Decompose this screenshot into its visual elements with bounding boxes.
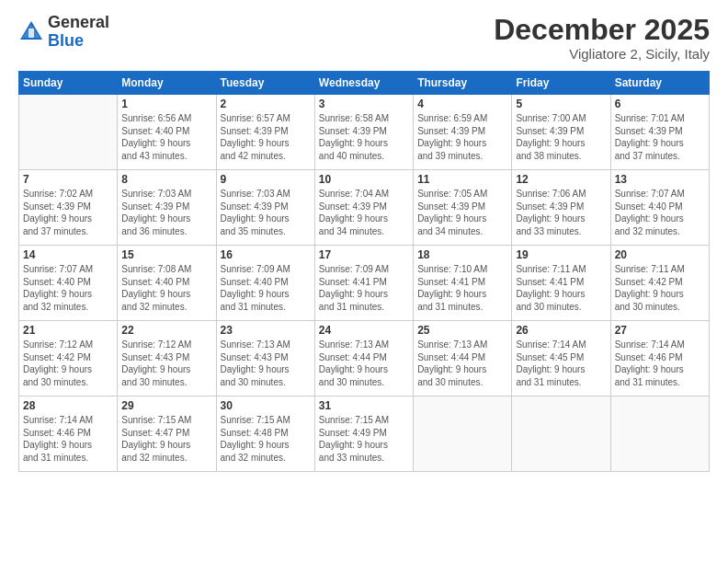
calendar-header: SundayMondayTuesdayWednesdayThursdayFrid… (19, 72, 710, 95)
day-cell: 25Sunrise: 7:13 AM Sunset: 4:44 PM Dayli… (414, 321, 512, 396)
day-cell: 27Sunrise: 7:14 AM Sunset: 4:46 PM Dayli… (610, 321, 709, 396)
calendar: SundayMondayTuesdayWednesdayThursdayFrid… (18, 71, 710, 472)
day-number: 24 (319, 324, 409, 337)
calendar-body: 1Sunrise: 6:56 AM Sunset: 4:40 PM Daylig… (19, 95, 710, 472)
day-info: Sunrise: 7:13 AM Sunset: 4:43 PM Dayligh… (221, 339, 311, 388)
day-info: Sunrise: 7:09 AM Sunset: 4:40 PM Dayligh… (221, 263, 311, 313)
day-cell: 23Sunrise: 7:13 AM Sunset: 4:43 PM Dayli… (216, 321, 314, 396)
day-info: Sunrise: 7:13 AM Sunset: 4:44 PM Dayligh… (319, 339, 409, 388)
week-row: 1Sunrise: 6:56 AM Sunset: 4:40 PM Daylig… (19, 95, 710, 170)
day-number: 1 (121, 98, 211, 110)
day-number: 23 (221, 324, 311, 337)
day-info: Sunrise: 7:14 AM Sunset: 4:45 PM Dayligh… (516, 339, 606, 388)
day-cell: 10Sunrise: 7:04 AM Sunset: 4:39 PM Dayli… (314, 170, 413, 246)
day-cell: 7Sunrise: 7:02 AM Sunset: 4:39 PM Daylig… (19, 170, 118, 246)
day-cell: 20Sunrise: 7:11 AM Sunset: 4:42 PM Dayli… (610, 246, 709, 321)
day-cell: 31Sunrise: 7:15 AM Sunset: 4:49 PM Dayli… (314, 396, 413, 472)
day-number: 8 (121, 173, 211, 186)
day-cell: 3Sunrise: 6:58 AM Sunset: 4:39 PM Daylig… (314, 95, 413, 170)
day-info: Sunrise: 7:07 AM Sunset: 4:40 PM Dayligh… (615, 188, 705, 237)
day-number: 10 (319, 173, 409, 186)
day-cell: 24Sunrise: 7:13 AM Sunset: 4:44 PM Dayli… (314, 321, 413, 396)
day-info: Sunrise: 7:15 AM Sunset: 4:49 PM Dayligh… (319, 414, 409, 464)
day-cell: 6Sunrise: 7:01 AM Sunset: 4:39 PM Daylig… (610, 95, 709, 170)
day-cell (512, 396, 610, 472)
header: General Blue December 2025 Vigliatore 2,… (18, 14, 710, 62)
day-number: 17 (319, 248, 409, 261)
day-cell: 28Sunrise: 7:14 AM Sunset: 4:46 PM Dayli… (19, 396, 118, 472)
header-row: SundayMondayTuesdayWednesdayThursdayFrid… (19, 72, 710, 95)
day-info: Sunrise: 7:12 AM Sunset: 4:42 PM Dayligh… (23, 339, 113, 388)
day-number: 25 (417, 324, 507, 337)
day-info: Sunrise: 7:07 AM Sunset: 4:40 PM Dayligh… (23, 263, 113, 313)
day-number: 18 (417, 248, 507, 261)
day-number: 26 (516, 324, 606, 337)
day-cell: 9Sunrise: 7:03 AM Sunset: 4:39 PM Daylig… (216, 170, 314, 246)
day-number: 13 (615, 173, 705, 186)
day-of-week-header: Tuesday (216, 72, 314, 95)
day-info: Sunrise: 7:11 AM Sunset: 4:41 PM Dayligh… (516, 263, 606, 313)
day-info: Sunrise: 6:58 AM Sunset: 4:39 PM Dayligh… (319, 112, 409, 162)
day-cell (414, 396, 512, 472)
day-number: 29 (121, 399, 211, 412)
day-cell: 14Sunrise: 7:07 AM Sunset: 4:40 PM Dayli… (19, 246, 118, 321)
day-number: 2 (221, 98, 311, 110)
logo-blue: Blue (48, 32, 109, 51)
day-number: 6 (615, 98, 705, 110)
day-cell: 11Sunrise: 7:05 AM Sunset: 4:39 PM Dayli… (414, 170, 512, 246)
day-cell: 21Sunrise: 7:12 AM Sunset: 4:42 PM Dayli… (19, 321, 118, 396)
week-row: 7Sunrise: 7:02 AM Sunset: 4:39 PM Daylig… (19, 170, 710, 246)
day-of-week-header: Monday (118, 72, 216, 95)
title-block: December 2025 Vigliatore 2, Sicily, Ital… (494, 14, 710, 62)
day-info: Sunrise: 7:03 AM Sunset: 4:39 PM Dayligh… (221, 188, 311, 237)
day-info: Sunrise: 7:15 AM Sunset: 4:47 PM Dayligh… (121, 414, 211, 464)
day-info: Sunrise: 7:06 AM Sunset: 4:39 PM Dayligh… (516, 188, 606, 237)
day-cell (610, 396, 709, 472)
day-cell: 8Sunrise: 7:03 AM Sunset: 4:39 PM Daylig… (118, 170, 216, 246)
day-cell: 15Sunrise: 7:08 AM Sunset: 4:40 PM Dayli… (118, 246, 216, 321)
day-number: 9 (221, 173, 311, 186)
day-info: Sunrise: 7:00 AM Sunset: 4:39 PM Dayligh… (516, 112, 606, 162)
day-number: 11 (417, 173, 507, 186)
day-info: Sunrise: 6:56 AM Sunset: 4:40 PM Dayligh… (121, 112, 211, 162)
day-number: 19 (516, 248, 606, 261)
day-number: 12 (516, 173, 606, 186)
day-info: Sunrise: 6:59 AM Sunset: 4:39 PM Dayligh… (417, 112, 507, 162)
day-cell: 4Sunrise: 6:59 AM Sunset: 4:39 PM Daylig… (414, 95, 512, 170)
day-number: 14 (23, 248, 113, 261)
day-cell: 17Sunrise: 7:09 AM Sunset: 4:41 PM Dayli… (314, 246, 413, 321)
day-info: Sunrise: 7:14 AM Sunset: 4:46 PM Dayligh… (615, 339, 705, 388)
day-info: Sunrise: 7:14 AM Sunset: 4:46 PM Dayligh… (23, 414, 113, 464)
day-cell: 1Sunrise: 6:56 AM Sunset: 4:40 PM Daylig… (118, 95, 216, 170)
day-info: Sunrise: 7:03 AM Sunset: 4:39 PM Dayligh… (121, 188, 211, 237)
day-info: Sunrise: 7:13 AM Sunset: 4:44 PM Dayligh… (417, 339, 507, 388)
day-of-week-header: Thursday (414, 72, 512, 95)
week-row: 28Sunrise: 7:14 AM Sunset: 4:46 PM Dayli… (19, 396, 710, 472)
day-number: 5 (516, 98, 606, 110)
day-info: Sunrise: 7:09 AM Sunset: 4:41 PM Dayligh… (319, 263, 409, 313)
day-number: 20 (615, 248, 705, 261)
day-cell: 30Sunrise: 7:15 AM Sunset: 4:48 PM Dayli… (216, 396, 314, 472)
day-info: Sunrise: 7:04 AM Sunset: 4:39 PM Dayligh… (319, 188, 409, 237)
week-row: 21Sunrise: 7:12 AM Sunset: 4:42 PM Dayli… (19, 321, 710, 396)
day-cell: 2Sunrise: 6:57 AM Sunset: 4:39 PM Daylig… (216, 95, 314, 170)
day-of-week-header: Friday (512, 72, 610, 95)
day-number: 28 (23, 399, 113, 412)
day-info: Sunrise: 7:08 AM Sunset: 4:40 PM Dayligh… (121, 263, 211, 313)
day-cell: 22Sunrise: 7:12 AM Sunset: 4:43 PM Dayli… (118, 321, 216, 396)
day-info: Sunrise: 6:57 AM Sunset: 4:39 PM Dayligh… (221, 112, 311, 162)
logo-icon (18, 19, 44, 45)
day-of-week-header: Saturday (610, 72, 709, 95)
day-cell: 12Sunrise: 7:06 AM Sunset: 4:39 PM Dayli… (512, 170, 610, 246)
day-cell: 19Sunrise: 7:11 AM Sunset: 4:41 PM Dayli… (512, 246, 610, 321)
logo-general: General (48, 14, 109, 32)
day-info: Sunrise: 7:01 AM Sunset: 4:39 PM Dayligh… (615, 112, 705, 162)
day-cell: 26Sunrise: 7:14 AM Sunset: 4:45 PM Dayli… (512, 321, 610, 396)
svg-rect-2 (28, 29, 34, 38)
location-subtitle: Vigliatore 2, Sicily, Italy (494, 46, 710, 62)
day-number: 31 (319, 399, 409, 412)
day-info: Sunrise: 7:12 AM Sunset: 4:43 PM Dayligh… (121, 339, 211, 388)
day-info: Sunrise: 7:10 AM Sunset: 4:41 PM Dayligh… (417, 263, 507, 313)
day-info: Sunrise: 7:02 AM Sunset: 4:39 PM Dayligh… (23, 188, 113, 237)
day-cell (19, 95, 118, 170)
